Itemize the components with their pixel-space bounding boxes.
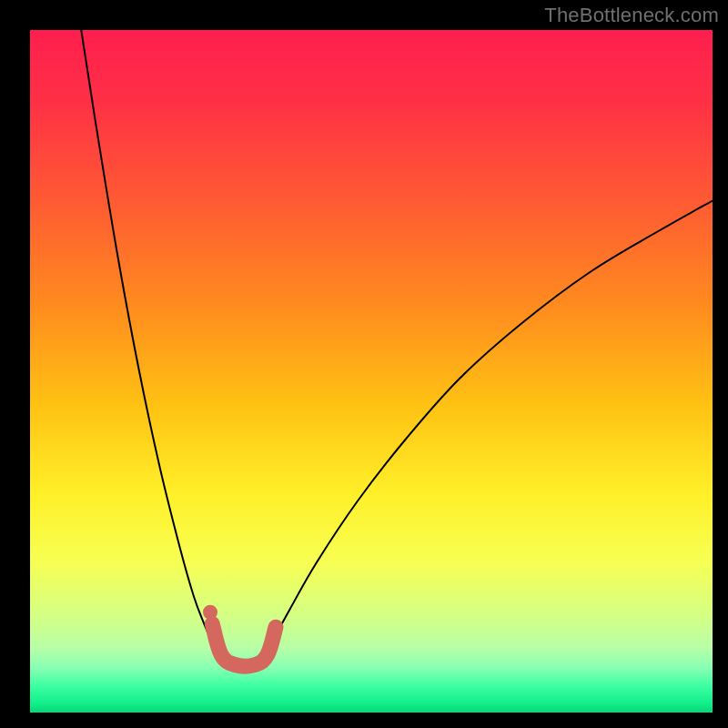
series-right-branch: [269, 201, 713, 648]
watermark-text: TheBottleneck.com: [544, 4, 719, 27]
series-left-branch: [81, 30, 214, 648]
outer-frame: TheBottleneck.com: [0, 0, 728, 728]
plot-area: [30, 30, 713, 713]
curve-layer: [30, 30, 713, 713]
marker-upper-dot: [203, 605, 217, 620]
series-valley-highlight: [212, 624, 276, 667]
